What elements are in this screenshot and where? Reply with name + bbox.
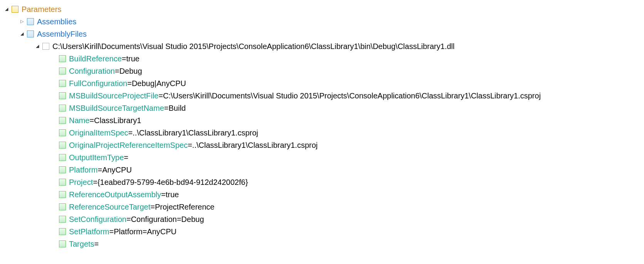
property-row[interactable]: Targets = bbox=[3, 238, 644, 250]
file-icon bbox=[42, 43, 49, 50]
property-row[interactable]: Project = {1eabed79-5799-4e6b-bd94-912d2… bbox=[3, 176, 644, 188]
property-value: Configuration=Debug bbox=[131, 213, 204, 225]
property-row[interactable]: SetPlatform = Platform=AnyCPU bbox=[3, 225, 644, 238]
tree-node-assemblies[interactable]: ▷ Assemblies bbox=[3, 15, 644, 28]
property-icon bbox=[59, 105, 66, 112]
equals-separator: = bbox=[124, 152, 128, 164]
property-value: ClassLibrary1 bbox=[94, 115, 141, 127]
property-value: {1eabed79-5799-4e6b-bd94-912d242002f6} bbox=[98, 176, 248, 188]
property-icon bbox=[59, 191, 66, 198]
filepath-label: C:\Users\Kirill\Documents\Visual Studio … bbox=[52, 41, 454, 52]
property-key: Platform bbox=[69, 164, 98, 176]
property-value: ..\ClassLibrary1\ClassLibrary1.csproj bbox=[192, 139, 318, 151]
property-value: Platform=AnyCPU bbox=[114, 226, 177, 238]
property-value: true bbox=[126, 53, 139, 65]
node-label: Parameters bbox=[22, 3, 61, 15]
property-value: true bbox=[166, 189, 179, 201]
tree-node-filepath[interactable]: ◢ C:\Users\Kirill\Documents\Visual Studi… bbox=[3, 40, 644, 52]
equals-separator: = bbox=[89, 115, 94, 127]
property-value: Build bbox=[168, 102, 185, 114]
property-row[interactable]: OriginalItemSpec = ..\ClassLibrary1\Clas… bbox=[3, 127, 644, 139]
equals-separator: = bbox=[109, 226, 114, 238]
folder-icon bbox=[27, 18, 34, 25]
property-icon bbox=[59, 117, 66, 124]
property-key: SetConfiguration bbox=[69, 213, 126, 225]
property-row[interactable]: BuildReference = true bbox=[3, 52, 644, 65]
property-icon bbox=[59, 129, 66, 136]
property-value: ..\ClassLibrary1\ClassLibrary1.csproj bbox=[133, 127, 258, 139]
property-key: MSBuildSourceTargetName bbox=[69, 102, 164, 114]
equals-separator: = bbox=[126, 213, 131, 225]
property-row[interactable]: Name = ClassLibrary1 bbox=[3, 114, 644, 127]
property-icon bbox=[59, 179, 66, 186]
property-value: Debug bbox=[119, 65, 142, 77]
property-icon bbox=[59, 68, 66, 74]
property-row[interactable]: ReferenceSourceTarget = ProjectReference bbox=[3, 201, 644, 213]
property-row[interactable]: OriginalProjectReferenceItemSpec = ..\Cl… bbox=[3, 139, 644, 151]
property-row[interactable]: SetConfiguration = Configuration=Debug bbox=[3, 213, 644, 225]
property-row[interactable]: OutputItemType = bbox=[3, 151, 644, 164]
property-row[interactable]: Configuration = Debug bbox=[3, 65, 644, 77]
property-icon bbox=[59, 203, 66, 210]
property-value: ProjectReference bbox=[155, 201, 215, 213]
property-icon bbox=[59, 92, 66, 99]
property-key: OriginalProjectReferenceItemSpec bbox=[69, 139, 188, 151]
property-row[interactable]: Platform = AnyCPU bbox=[3, 164, 644, 176]
folder-icon bbox=[27, 30, 34, 37]
expand-toggle-icon[interactable]: ◢ bbox=[18, 30, 25, 37]
property-key: Name bbox=[69, 115, 89, 127]
equals-separator: = bbox=[94, 238, 99, 250]
property-value: Debug|AnyCPU bbox=[132, 78, 186, 90]
equals-separator: = bbox=[115, 65, 119, 77]
property-icon bbox=[59, 228, 66, 235]
property-row[interactable]: ReferenceOutputAssembly = true bbox=[3, 188, 644, 201]
property-row[interactable]: FullConfiguration = Debug|AnyCPU bbox=[3, 77, 644, 90]
equals-separator: = bbox=[127, 78, 132, 90]
node-label: Assemblies bbox=[37, 16, 76, 28]
tree-node-assemblyfiles[interactable]: ◢ AssemblyFiles bbox=[3, 28, 644, 40]
equals-separator: = bbox=[150, 201, 155, 213]
property-key: BuildReference bbox=[69, 53, 122, 65]
equals-separator: = bbox=[122, 53, 126, 65]
equals-separator: = bbox=[128, 127, 133, 139]
equals-separator: = bbox=[188, 139, 192, 151]
tree-node-parameters[interactable]: ◢ Parameters bbox=[3, 3, 644, 15]
property-key: OutputItemType bbox=[69, 152, 124, 164]
equals-separator: = bbox=[164, 102, 169, 114]
property-key: ReferenceOutputAssembly bbox=[69, 189, 161, 201]
property-icon bbox=[59, 55, 66, 62]
property-key: ReferenceSourceTarget bbox=[69, 201, 150, 213]
property-icon bbox=[59, 142, 66, 149]
expand-toggle-icon[interactable]: ◢ bbox=[34, 43, 41, 49]
equals-separator: = bbox=[161, 189, 166, 201]
property-key: Configuration bbox=[69, 65, 115, 77]
equals-separator: = bbox=[98, 164, 102, 176]
property-icon bbox=[59, 154, 66, 161]
expand-toggle-icon[interactable]: ◢ bbox=[3, 6, 10, 12]
equals-separator: = bbox=[158, 90, 163, 102]
property-row[interactable]: MSBuildSourceTargetName = Build bbox=[3, 102, 644, 114]
folder-icon bbox=[12, 6, 18, 13]
property-key: OriginalItemSpec bbox=[69, 127, 128, 139]
expand-toggle-icon[interactable]: ▷ bbox=[18, 18, 25, 25]
property-value: C:\Users\Kirill\Documents\Visual Studio … bbox=[163, 90, 541, 102]
property-icon bbox=[59, 80, 66, 87]
property-icon bbox=[59, 166, 66, 173]
property-icon bbox=[59, 240, 66, 247]
property-key: SetPlatform bbox=[69, 226, 109, 238]
property-key: FullConfiguration bbox=[69, 78, 127, 90]
property-key: Targets bbox=[69, 238, 94, 250]
property-row[interactable]: MSBuildSourceProjectFile = C:\Users\Kiri… bbox=[3, 90, 644, 102]
property-key: Project bbox=[69, 176, 93, 188]
equals-separator: = bbox=[93, 176, 98, 188]
property-value: AnyCPU bbox=[102, 164, 132, 176]
property-key: MSBuildSourceProjectFile bbox=[69, 90, 158, 102]
property-icon bbox=[59, 216, 66, 223]
node-label: AssemblyFiles bbox=[37, 28, 87, 40]
